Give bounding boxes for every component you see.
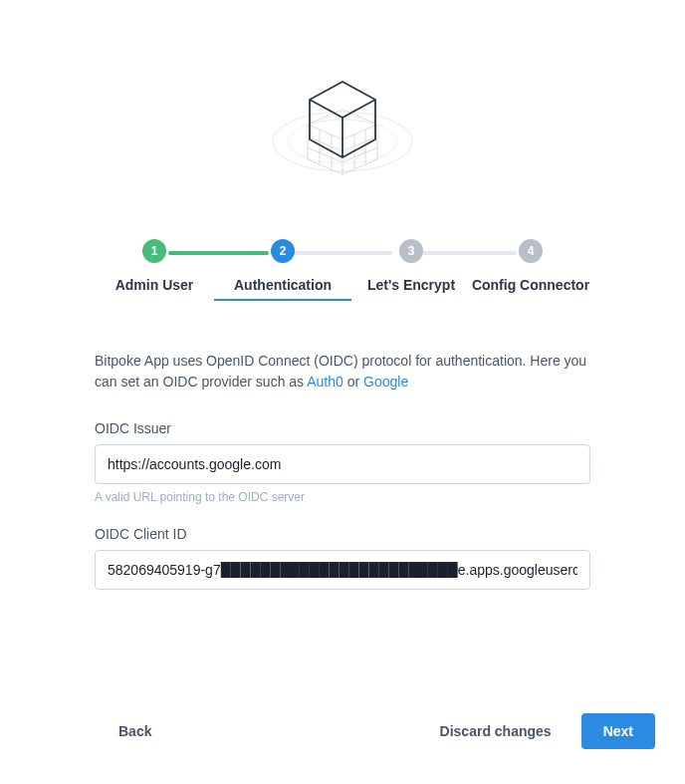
step-label: Admin User (115, 277, 194, 293)
step-connector (168, 251, 269, 255)
step-authentication[interactable]: 2 Authentication (214, 239, 351, 301)
cube-icon (248, 70, 437, 209)
back-button[interactable]: Back (95, 713, 169, 749)
description-text: Bitpoke App uses OpenID Connect (OIDC) p… (95, 351, 590, 392)
step-number: 3 (399, 239, 423, 263)
step-lets-encrypt[interactable]: 3 Let's Encrypt (351, 239, 471, 293)
oidc-issuer-input[interactable] (95, 444, 590, 484)
discard-changes-button[interactable]: Discard changes (422, 713, 570, 749)
oidc-client-id-input[interactable] (95, 550, 590, 590)
oidc-client-id-label: OIDC Client ID (95, 526, 590, 542)
step-label: Config Connector (472, 277, 589, 293)
step-number: 4 (519, 239, 543, 263)
step-connector (293, 251, 393, 255)
step-admin-user[interactable]: 1 Admin User (95, 239, 214, 293)
google-link[interactable]: Google (363, 374, 408, 390)
step-connector (416, 251, 517, 255)
step-number: 2 (271, 239, 295, 263)
oidc-issuer-help: A valid URL pointing to the OIDC server (95, 490, 590, 504)
logo (95, 70, 590, 209)
auth0-link[interactable]: Auth0 (307, 374, 343, 390)
oidc-issuer-label: OIDC Issuer (95, 420, 590, 436)
oidc-issuer-field: OIDC Issuer A valid URL pointing to the … (95, 420, 590, 504)
footer: Back Discard changes Next (95, 713, 655, 749)
next-button[interactable]: Next (581, 713, 655, 749)
step-config-connector[interactable]: 4 Config Connector (471, 239, 590, 293)
oidc-client-id-field: OIDC Client ID (95, 526, 590, 590)
stepper: 1 Admin User 2 Authentication 3 Let's En… (95, 239, 590, 301)
step-label: Let's Encrypt (367, 277, 455, 293)
step-number: 1 (142, 239, 166, 263)
step-label: Authentication (214, 277, 351, 301)
desc-or: or (343, 374, 363, 390)
